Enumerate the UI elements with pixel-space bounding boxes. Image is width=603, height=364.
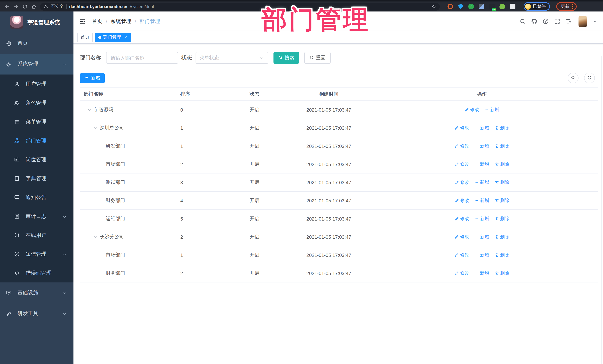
row-add-link[interactable]: 新增 bbox=[475, 161, 489, 167]
dept-name-label: 部门名称 bbox=[80, 55, 101, 61]
row-delete-link[interactable]: 删除 bbox=[494, 270, 509, 276]
row-edit-link[interactable]: 修改 bbox=[454, 234, 469, 240]
extension-ring-icon[interactable] bbox=[448, 4, 453, 9]
collapse-sidebar-icon[interactable] bbox=[79, 18, 86, 25]
row-add-link[interactable]: 新增 bbox=[475, 125, 489, 131]
github-icon[interactable] bbox=[531, 18, 538, 25]
sidebar-item-首页[interactable]: 首页 bbox=[0, 33, 73, 54]
question-icon[interactable] bbox=[542, 18, 549, 25]
browser-menu-icon[interactable] bbox=[572, 4, 573, 9]
user-avatar[interactable] bbox=[579, 16, 587, 27]
edit-icon bbox=[454, 144, 459, 148]
sidebar-item-短信管理[interactable]: 短信管理 bbox=[0, 245, 73, 264]
reload-icon[interactable] bbox=[22, 3, 28, 10]
bookmark-star-icon[interactable] bbox=[431, 4, 436, 9]
sidebar-item-系统管理[interactable]: 系统管理 bbox=[0, 54, 73, 75]
sidebar-item-字典管理[interactable]: 字典管理 bbox=[0, 169, 73, 188]
scrollbar[interactable] bbox=[601, 56, 602, 364]
row-edit-link[interactable]: 修改 bbox=[464, 107, 479, 113]
row-add-link[interactable]: 新增 bbox=[475, 234, 489, 240]
row-delete-link[interactable]: 删除 bbox=[494, 234, 509, 240]
sidebar-item-通知公告[interactable]: 通知公告 bbox=[0, 188, 73, 207]
sidebar-item-研发工具[interactable]: 研发工具 bbox=[0, 303, 73, 324]
chevron-up-icon bbox=[62, 62, 67, 66]
breadcrumb-home[interactable]: 首页 bbox=[92, 18, 103, 25]
row-add-link[interactable]: 新增 bbox=[475, 252, 489, 258]
tag-dept-management[interactable]: 部门管理 bbox=[95, 33, 131, 42]
security-warning-label: 不安全 bbox=[51, 4, 64, 9]
navbar-actions bbox=[519, 16, 597, 27]
row-edit-link[interactable]: 修改 bbox=[454, 143, 469, 149]
sidebar-item-基础设施[interactable]: 基础设施 bbox=[0, 282, 73, 303]
close-tag-icon[interactable] bbox=[123, 35, 128, 40]
sidebar-item-岗位管理[interactable]: 岗位管理 bbox=[0, 150, 73, 169]
row-edit-link[interactable]: 修改 bbox=[454, 252, 469, 258]
online-icon bbox=[14, 232, 20, 238]
search-button[interactable]: 搜索 bbox=[274, 52, 299, 64]
row-edit-link[interactable]: 修改 bbox=[454, 197, 469, 204]
reset-button[interactable]: 重置 bbox=[304, 52, 331, 64]
row-edit-link[interactable]: 修改 bbox=[454, 125, 469, 131]
monitor-icon bbox=[6, 290, 12, 296]
row-add-link[interactable]: 新增 bbox=[475, 270, 489, 276]
tag-home[interactable]: 首页 bbox=[77, 33, 93, 42]
actions-cell: 修改新增 bbox=[366, 107, 598, 113]
post-icon bbox=[14, 157, 20, 162]
row-add-link[interactable]: 新增 bbox=[475, 197, 489, 204]
row-edit-link[interactable]: 修改 bbox=[454, 179, 469, 186]
sidebar-item-部门管理[interactable]: 部门管理 bbox=[0, 131, 73, 150]
forward-icon[interactable] bbox=[13, 3, 19, 10]
row-delete-link[interactable]: 删除 bbox=[494, 161, 509, 167]
row-edit-link[interactable]: 修改 bbox=[454, 161, 469, 167]
back-icon[interactable] bbox=[4, 3, 10, 10]
browser-update-button[interactable]: 更新 bbox=[556, 2, 577, 11]
sidebar-item-角色管理[interactable]: 角色管理 bbox=[0, 93, 73, 112]
row-delete-link[interactable]: 删除 bbox=[494, 252, 509, 258]
extension-grid-icon[interactable] bbox=[479, 4, 484, 9]
search-icon[interactable] bbox=[519, 18, 526, 25]
sidebar-item-审计日志[interactable]: 审计日志 bbox=[0, 207, 73, 226]
dept-name-cell[interactable]: 长沙分公司 bbox=[80, 233, 180, 240]
sidebar-item-在线用户[interactable]: 在线用户 bbox=[0, 226, 73, 245]
extension-person-icon[interactable] bbox=[499, 4, 505, 9]
toggle-search-button[interactable] bbox=[568, 73, 579, 83]
fullscreen-icon[interactable] bbox=[554, 18, 561, 25]
refresh-table-button[interactable] bbox=[584, 73, 595, 83]
sidebar-item-用户管理[interactable]: 用户管理 bbox=[0, 75, 73, 93]
extension-console-icon[interactable]: on bbox=[489, 4, 495, 9]
dept-name: 深圳总公司 bbox=[100, 124, 124, 131]
browser-profile-chip[interactable]: 已暂停 bbox=[524, 2, 550, 11]
row-delete-link[interactable]: 删除 bbox=[494, 216, 509, 222]
dept-name-input[interactable] bbox=[106, 52, 178, 64]
dept-name-cell[interactable]: 深圳总公司 bbox=[80, 124, 180, 131]
address-bar[interactable]: 不安全 dashboard.yudao.iocoder.cn/system/de… bbox=[40, 2, 440, 11]
extension-puzzle-icon[interactable] bbox=[510, 4, 515, 9]
url-host: dashboard.yudao.iocoder.cn bbox=[69, 4, 127, 9]
home-icon[interactable] bbox=[30, 3, 37, 10]
row-edit-link[interactable]: 修改 bbox=[454, 270, 469, 276]
extension-check-icon[interactable]: ✓ bbox=[468, 4, 474, 9]
sidebar-item-菜单管理[interactable]: 菜单管理 bbox=[0, 112, 73, 131]
caret-down-icon[interactable] bbox=[592, 19, 597, 24]
row-add-link[interactable]: 新增 bbox=[475, 216, 489, 222]
sidebar-item-错误码管理[interactable]: 错误码管理 bbox=[0, 264, 73, 282]
refresh-icon bbox=[310, 55, 314, 61]
row-edit-link[interactable]: 修改 bbox=[454, 216, 469, 222]
font-size-icon[interactable] bbox=[565, 18, 572, 25]
status-select[interactable]: 菜单状态 bbox=[196, 52, 268, 64]
dept-name-cell[interactable]: 芋道源码 bbox=[80, 106, 180, 113]
plus-icon bbox=[475, 180, 479, 185]
row-delete-link[interactable]: 删除 bbox=[494, 197, 509, 204]
row-add-link[interactable]: 新增 bbox=[485, 107, 499, 113]
extension-gem-icon[interactable] bbox=[458, 4, 464, 9]
row-delete-link[interactable]: 删除 bbox=[494, 143, 509, 149]
row-delete-link[interactable]: 删除 bbox=[494, 125, 509, 131]
dept-name: 研发部门 bbox=[106, 143, 125, 149]
row-add-link[interactable]: 新增 bbox=[475, 143, 489, 149]
row-add-link[interactable]: 新增 bbox=[475, 179, 489, 186]
breadcrumb-system[interactable]: 系统管理 bbox=[111, 18, 131, 25]
add-dept-button[interactable]: 新增 bbox=[80, 73, 105, 83]
sidebar-logo[interactable]: 芋道管理系统 bbox=[0, 11, 73, 33]
plus-icon bbox=[485, 108, 489, 112]
row-delete-link[interactable]: 删除 bbox=[494, 179, 509, 186]
